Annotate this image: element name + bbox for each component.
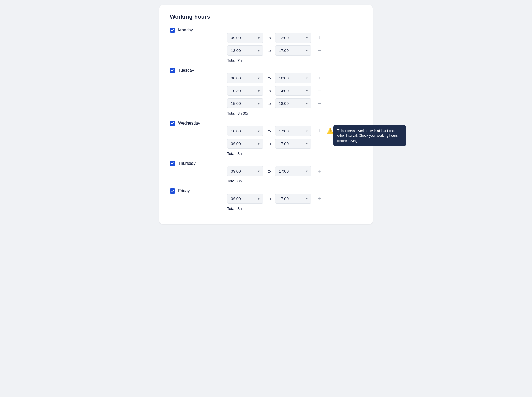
day-row-thursday: Thursday <box>170 161 362 166</box>
from-select-wednesday-1[interactable]: 09:00▾ <box>227 139 263 149</box>
chevron-down-icon: ▾ <box>306 142 308 146</box>
total-friday: Total: 8h <box>227 206 362 211</box>
time-row-monday-0: 09:00▾to12:00▾+ <box>227 33 362 43</box>
chevron-down-icon: ▾ <box>258 142 260 146</box>
chevron-down-icon: ▾ <box>258 49 260 52</box>
to-label-wednesday-1: to <box>268 141 271 146</box>
remove-interval-button-tuesday-2[interactable]: − <box>316 99 324 108</box>
add-interval-button-friday-0[interactable]: + <box>316 195 324 203</box>
to-select-tuesday-2[interactable]: 18:00▾ <box>275 98 311 108</box>
to-label-tuesday-0: to <box>268 76 271 80</box>
total-wednesday: Total: 8h <box>227 151 362 156</box>
time-row-friday-0: 09:00▾to17:00▾+ <box>227 194 362 204</box>
from-value-monday-0: 09:00 <box>231 36 241 40</box>
day-row-monday: Monday <box>170 28 362 33</box>
chevron-down-icon: ▾ <box>306 76 308 80</box>
day-label-area-monday: Monday <box>170 28 227 33</box>
add-interval-button-monday-0[interactable]: + <box>316 34 324 42</box>
to-value-wednesday-0: 17:00 <box>279 129 289 133</box>
to-select-friday-0[interactable]: 17:00▾ <box>275 194 311 204</box>
chevron-down-icon: ▾ <box>306 89 308 93</box>
day-label-area-wednesday: Wednesday <box>170 121 227 126</box>
to-select-tuesday-1[interactable]: 14:00▾ <box>275 86 311 96</box>
checkbox-tuesday[interactable] <box>170 68 175 73</box>
day-section-thursday: Thursday09:00▾to17:00▾+Total: 8h <box>170 161 362 183</box>
day-section-friday: Friday09:00▾to17:00▾+Total: 8h <box>170 188 362 211</box>
time-row-wednesday-1: 09:00▾to17:00▾ <box>227 139 362 149</box>
day-section-monday: Monday09:00▾to12:00▾+13:00▾to17:00▾−Tota… <box>170 28 362 63</box>
from-select-friday-0[interactable]: 09:00▾ <box>227 194 263 204</box>
from-select-wednesday-0[interactable]: 10:00▾ <box>227 126 263 136</box>
day-row-wednesday: Wednesday <box>170 121 362 126</box>
day-name-tuesday: Tuesday <box>178 68 194 73</box>
chevron-down-icon: ▾ <box>306 36 308 40</box>
chevron-down-icon: ▾ <box>306 49 308 52</box>
days-container: Monday09:00▾to12:00▾+13:00▾to17:00▾−Tota… <box>170 28 362 211</box>
day-section-tuesday: Tuesday08:00▾to10:00▾+10:30▾to14:00▾−15:… <box>170 68 362 115</box>
from-select-tuesday-0[interactable]: 08:00▾ <box>227 73 263 83</box>
from-value-tuesday-1: 10:30 <box>231 88 241 93</box>
to-select-tuesday-0[interactable]: 10:00▾ <box>275 73 311 83</box>
from-value-friday-0: 09:00 <box>231 196 241 201</box>
time-row-tuesday-1: 10:30▾to14:00▾− <box>227 86 362 96</box>
to-label-friday-0: to <box>268 196 271 201</box>
day-name-wednesday: Wednesday <box>178 121 200 126</box>
from-select-monday-0[interactable]: 09:00▾ <box>227 33 263 43</box>
time-row-wednesday-0: 10:00▾to17:00▾+⚠️This interval overlaps … <box>227 126 362 136</box>
day-name-monday: Monday <box>178 28 193 32</box>
to-value-wednesday-1: 17:00 <box>279 141 289 146</box>
chevron-down-icon: ▾ <box>306 197 308 201</box>
day-label-area-tuesday: Tuesday <box>170 68 227 73</box>
day-section-wednesday: Wednesday10:00▾to17:00▾+⚠️This interval … <box>170 121 362 156</box>
from-select-tuesday-1[interactable]: 10:30▾ <box>227 86 263 96</box>
warning-container-wednesday-0: ⚠️This interval overlaps with at least o… <box>324 128 334 134</box>
chevron-down-icon: ▾ <box>258 76 260 80</box>
to-value-tuesday-2: 18:00 <box>279 101 289 106</box>
checkbox-thursday[interactable] <box>170 161 175 166</box>
from-value-thursday-0: 09:00 <box>231 169 241 173</box>
from-select-thursday-0[interactable]: 09:00▾ <box>227 166 263 176</box>
day-label-area-friday: Friday <box>170 188 227 194</box>
chevron-down-icon: ▾ <box>306 102 308 105</box>
remove-interval-button-monday-1[interactable]: − <box>316 46 324 55</box>
add-interval-button-thursday-0[interactable]: + <box>316 167 324 175</box>
to-select-wednesday-1[interactable]: 17:00▾ <box>275 139 311 149</box>
chevron-down-icon: ▾ <box>258 102 260 105</box>
day-row-tuesday: Tuesday <box>170 68 362 73</box>
to-value-tuesday-1: 14:00 <box>279 88 289 93</box>
chevron-down-icon: ▾ <box>258 169 260 173</box>
day-label-area-thursday: Thursday <box>170 161 227 166</box>
warning-icon-wednesday-0: ⚠️ <box>327 128 334 134</box>
to-label-monday-0: to <box>268 36 271 40</box>
add-interval-button-wednesday-0[interactable]: + <box>316 127 324 135</box>
to-select-monday-0[interactable]: 12:00▾ <box>275 33 311 43</box>
total-thursday: Total: 8h <box>227 179 362 183</box>
time-row-tuesday-0: 08:00▾to10:00▾+ <box>227 73 362 83</box>
time-row-thursday-0: 09:00▾to17:00▾+ <box>227 166 362 176</box>
time-row-tuesday-2: 15:00▾to18:00▾− <box>227 98 362 108</box>
to-select-monday-1[interactable]: 17:00▾ <box>275 45 311 56</box>
chevron-down-icon: ▾ <box>258 129 260 133</box>
working-hours-card: Working hours Monday09:00▾to12:00▾+13:00… <box>159 5 373 224</box>
to-select-thursday-0[interactable]: 17:00▾ <box>275 166 311 176</box>
from-value-monday-1: 13:00 <box>231 48 241 53</box>
chevron-down-icon: ▾ <box>258 197 260 201</box>
from-value-tuesday-2: 15:00 <box>231 101 241 106</box>
to-select-wednesday-0[interactable]: 17:00▾ <box>275 126 311 136</box>
to-label-tuesday-2: to <box>268 101 271 106</box>
add-interval-button-tuesday-0[interactable]: + <box>316 74 324 82</box>
from-select-monday-1[interactable]: 13:00▾ <box>227 45 263 56</box>
checkbox-friday[interactable] <box>170 188 175 194</box>
to-value-monday-0: 12:00 <box>279 36 289 40</box>
to-label-wednesday-0: to <box>268 129 271 133</box>
remove-interval-button-tuesday-1[interactable]: − <box>316 87 324 95</box>
checkbox-monday[interactable] <box>170 28 175 33</box>
chevron-down-icon: ▾ <box>258 89 260 93</box>
chevron-down-icon: ▾ <box>258 36 260 40</box>
from-select-tuesday-2[interactable]: 15:00▾ <box>227 98 263 108</box>
chevron-down-icon: ▾ <box>306 129 308 133</box>
to-value-friday-0: 17:00 <box>279 196 289 201</box>
checkbox-wednesday[interactable] <box>170 121 175 126</box>
total-monday: Total: 7h <box>227 58 362 63</box>
from-value-wednesday-1: 09:00 <box>231 141 241 146</box>
